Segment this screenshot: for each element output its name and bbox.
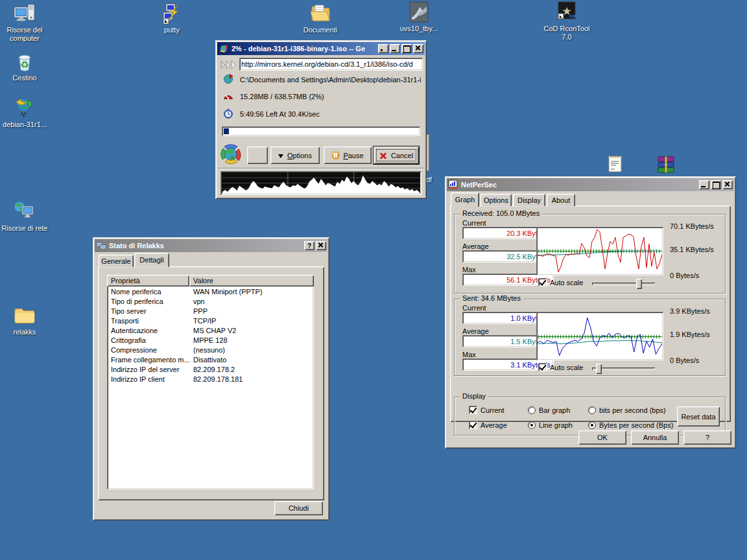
property-cell: Tipo di periferica xyxy=(107,298,189,305)
cancel-button[interactable]: Cancel xyxy=(374,146,419,164)
radio-icon xyxy=(528,406,536,414)
scale-slider-track[interactable] xyxy=(592,283,655,285)
relakks-titlebar[interactable]: Stato di Relakks ? xyxy=(95,239,327,252)
options-button[interactable]: Options xyxy=(270,146,320,164)
svg-text:con: con xyxy=(569,14,577,18)
table-row[interactable]: TrasportiTCP/IP xyxy=(107,316,314,325)
tab-about[interactable]: About xyxy=(547,194,575,206)
annulla-button[interactable]: Annulla xyxy=(631,430,679,445)
current-label: Current xyxy=(462,219,486,227)
received-graph xyxy=(536,227,663,275)
tab-dettagli[interactable]: Dettagli xyxy=(134,253,169,267)
scale-top-label: 3.9 KBytes/s xyxy=(670,307,710,315)
maximize-icon[interactable] xyxy=(711,180,721,189)
column-header-valore[interactable]: Valore xyxy=(189,275,314,286)
unit-radios: bits per second (bps)Bytes per second (B… xyxy=(588,402,673,432)
time-remaining-status: 5:49:56 Left At 30.4K/sec xyxy=(240,110,424,118)
properties-listview[interactable]: Proprietà Valore Nome perifericaWAN Mini… xyxy=(107,275,314,489)
tab-graph[interactable]: Graph xyxy=(451,192,479,207)
auto-scale-checkbox[interactable]: Auto scale xyxy=(538,363,583,371)
netpersec-titlebar[interactable]: NetPerSec xyxy=(447,178,734,191)
help-icon[interactable]: ? xyxy=(304,241,314,250)
reset-data-button[interactable]: Reset data xyxy=(677,406,720,426)
chiudi-button[interactable]: Chiudi xyxy=(274,501,323,515)
scale-bottom-label: 0 Bytes/s xyxy=(670,272,699,279)
desktop-icon-cestino[interactable]: ♻Cestino xyxy=(1,51,48,82)
tab-generale[interactable]: Generale xyxy=(99,255,134,267)
desktop-icon-risorse-di-rete[interactable]: Risorse di rete xyxy=(1,201,48,233)
clipped-icon-label[interactable]: df xyxy=(426,176,432,183)
tab-options[interactable]: Options xyxy=(480,194,512,206)
table-row[interactable]: AutenticazioneMS CHAP V2 xyxy=(107,325,314,335)
ctl-label: bits per second (bps) xyxy=(599,406,666,414)
getright-titlebar[interactable]: 2% - debian-31r1-i386-binary-1.iso -- Ge xyxy=(217,42,425,55)
desktop-icon-uvs10-tby[interactable]: uvs10_tby... xyxy=(390,1,447,33)
getright-logo-icon xyxy=(219,143,243,166)
value-cell: 82.209.178.181 xyxy=(189,375,314,383)
minimize-icon[interactable] xyxy=(390,44,400,53)
blank-button[interactable] xyxy=(247,146,268,164)
installer-package-icon xyxy=(408,1,430,23)
table-row[interactable]: Indirizzo IP client82.209.178.181 xyxy=(107,374,314,384)
desktop-icon-cod-rcontool-7-0[interactable]: ★conCoD RconTool 7.0 xyxy=(538,1,595,41)
radio-bits-per-second-bps[interactable]: bits per second (bps) xyxy=(588,402,673,417)
current-label: Current xyxy=(462,304,486,312)
graph-tab-page: Received: 105.0 MBytes Current 20.3 KByt… xyxy=(450,205,731,422)
desktop-icon-debian-31r1[interactable]: debian-31r1... xyxy=(1,97,48,129)
close-icon[interactable] xyxy=(316,241,326,250)
folder-icon xyxy=(14,305,36,327)
table-row[interactable]: Indirizzo IP del server82.209.178.2 xyxy=(107,364,314,374)
table-row[interactable]: Compressione(nessuno) xyxy=(107,345,314,355)
received-group: Received: 105.0 MBytes Current 20.3 KByt… xyxy=(454,214,726,294)
close-icon[interactable] xyxy=(413,44,423,53)
maximize-icon[interactable] xyxy=(401,44,412,53)
table-row[interactable]: Nome perifericaWAN Miniport (PPTP) xyxy=(107,286,314,296)
cancel-x-icon xyxy=(379,152,387,159)
table-row[interactable]: Tipo serverPPP xyxy=(107,306,314,316)
value-cell: MS CHAP V2 xyxy=(189,327,314,334)
radio-icon xyxy=(588,421,596,429)
my-computer-icon xyxy=(14,3,36,25)
pause-button[interactable]: Pause xyxy=(324,146,372,164)
desktop-icon-documenti[interactable]: Documenti xyxy=(296,3,345,34)
desktop-icon-winrar[interactable] xyxy=(656,156,676,174)
radio-bar-graph[interactable]: Bar graph xyxy=(528,402,573,417)
auto-scale-checkbox[interactable]: Auto scale xyxy=(538,278,583,286)
ok-button[interactable]: OK xyxy=(578,430,626,445)
sent-graph xyxy=(536,312,663,360)
average-label: Average xyxy=(462,327,489,335)
chevrons-icon xyxy=(220,60,237,69)
desktop-icon-relakks[interactable]: relakks xyxy=(1,305,48,336)
checkbox-average[interactable]: Average xyxy=(469,417,507,432)
svg-text:♻: ♻ xyxy=(20,59,29,70)
download-url-field[interactable]: http://mirrors.kernel.org/debian-cd/3.1_… xyxy=(239,58,423,71)
ctl-label: Current xyxy=(480,406,504,414)
table-row[interactable]: Frame collegamento m...Disattivato xyxy=(107,355,314,364)
desktop-icon-putty[interactable]: putty xyxy=(148,3,196,34)
checkbox-current[interactable]: Current xyxy=(469,402,507,417)
column-header-proprieta[interactable]: Proprietà xyxy=(107,275,189,286)
documents-folder-icon xyxy=(309,3,331,25)
tab-display[interactable]: Display xyxy=(513,194,545,206)
minimize-icon[interactable] xyxy=(699,180,709,189)
listview-header: Proprietà Valore xyxy=(107,275,314,286)
save-path: C:\Documents and Settings\Admin\Desktop\… xyxy=(240,76,424,84)
scale-slider-thumb[interactable] xyxy=(636,279,642,289)
radio-line-graph[interactable]: Line graph xyxy=(528,417,573,432)
table-row[interactable]: Tipo di perifericavpn xyxy=(107,296,314,306)
download-url: http://mirrors.kernel.org/debian-cd/3.1_… xyxy=(241,60,413,68)
desktop-icon-notepad[interactable] xyxy=(607,154,624,173)
close-icon[interactable] xyxy=(722,180,733,189)
rollup-button[interactable] xyxy=(378,44,388,53)
table-row[interactable]: CrittografiaMPPE 128 xyxy=(107,335,314,345)
desktop-icon-risorse-del-computer[interactable]: Risorse del computer xyxy=(1,3,48,43)
checkbox-icon xyxy=(469,406,477,414)
scale-slider-thumb[interactable] xyxy=(596,364,602,374)
received-chart xyxy=(538,228,662,274)
getright-title: 2% - debian-31r1-i386-binary-1.iso -- Ge xyxy=(231,45,377,52)
value-cell: PPP xyxy=(189,307,314,315)
value-cell: WAN Miniport (PPTP) xyxy=(189,288,314,296)
help-button[interactable]: ? xyxy=(683,430,731,445)
value-cell: MPPE 128 xyxy=(189,336,314,344)
transfer-rate-graph xyxy=(220,171,421,195)
